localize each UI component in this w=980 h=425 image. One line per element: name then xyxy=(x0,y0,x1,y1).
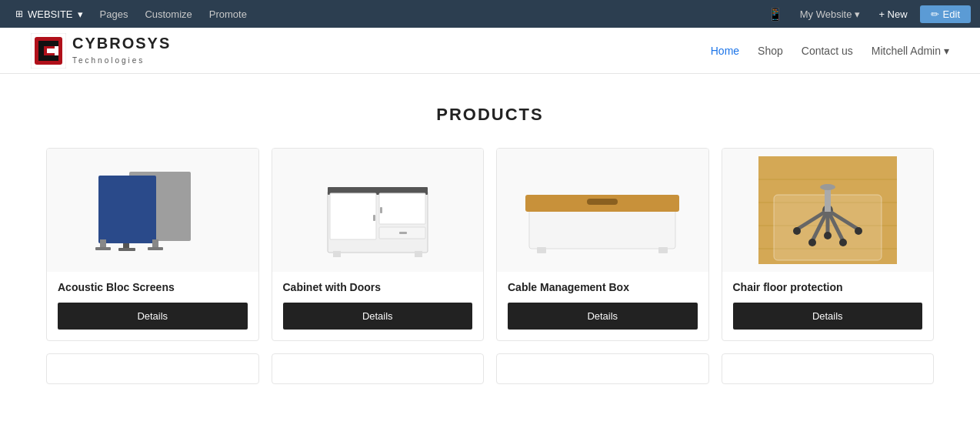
svg-rect-25 xyxy=(333,251,341,257)
svg-rect-10 xyxy=(98,176,156,243)
details-button-cable[interactable]: Details xyxy=(508,303,698,330)
logo-text-block: CYBROSYS Technologies xyxy=(72,35,171,66)
svg-rect-7 xyxy=(38,41,58,46)
svg-point-45 xyxy=(855,227,862,235)
user-menu[interactable]: Mitchell Admin ▾ xyxy=(872,45,949,57)
svg-point-50 xyxy=(820,184,835,190)
products-title: PRODUCTS xyxy=(46,105,934,125)
product-name-acoustic: Acoustic Bloc Screens xyxy=(58,281,248,293)
site-header: CYBROSYS Technologies Home Shop Contact … xyxy=(0,28,980,74)
svg-point-47 xyxy=(839,239,847,246)
chevron-down-icon: ▾ xyxy=(855,8,860,20)
acoustic-screens-svg xyxy=(83,156,222,264)
svg-rect-27 xyxy=(529,206,675,249)
chevron-down-icon: ▾ xyxy=(944,45,949,57)
product-card-chair: Chair floor protection Details xyxy=(722,148,935,341)
product-card-acoustic: Acoustic Bloc Screens Details xyxy=(46,148,259,341)
edit-button[interactable]: ✏ Edit xyxy=(920,5,971,23)
product-image-chair xyxy=(722,149,934,272)
svg-rect-8 xyxy=(38,55,58,61)
chevron-down-icon: ▾ xyxy=(78,8,83,20)
website-menu[interactable]: ⊞ WEBSITE ▾ xyxy=(9,5,89,23)
website-label: WEBSITE xyxy=(28,8,73,20)
nav-pages[interactable]: Pages xyxy=(92,5,136,23)
product-name-cable: Cable Management Box xyxy=(508,281,698,293)
svg-rect-22 xyxy=(399,232,407,234)
brand-sub: Technologies xyxy=(72,56,145,65)
product-card-cable: Cable Management Box Details xyxy=(496,148,709,341)
svg-rect-14 xyxy=(148,247,163,250)
product-card-partial-1 xyxy=(46,353,259,384)
product-info-cable: Cable Management Box xyxy=(497,272,708,293)
svg-rect-49 xyxy=(825,187,831,212)
product-card-partial-2 xyxy=(272,353,485,384)
svg-rect-19 xyxy=(330,193,376,239)
product-image-cabinet xyxy=(272,149,484,272)
product-info-chair: Chair floor protection xyxy=(722,272,934,293)
pencil-icon: ✏ xyxy=(931,8,939,20)
my-website-label: My Website xyxy=(800,8,852,20)
svg-rect-30 xyxy=(537,247,546,253)
product-image-acoustic xyxy=(47,149,258,272)
svg-rect-26 xyxy=(415,251,422,257)
svg-rect-16 xyxy=(118,248,135,251)
details-button-cabinet[interactable]: Details xyxy=(283,303,473,330)
user-name: Mitchell Admin xyxy=(872,45,941,57)
product-info-acoustic: Acoustic Bloc Screens xyxy=(47,272,258,293)
details-button-acoustic[interactable]: Details xyxy=(58,303,248,330)
svg-rect-12 xyxy=(95,247,111,250)
my-website-dropdown[interactable]: My Website ▾ xyxy=(794,5,867,23)
nav-shop[interactable]: Shop xyxy=(758,45,783,57)
product-name-cabinet: Cabinet with Doors xyxy=(283,281,473,293)
chair-mat-svg xyxy=(758,156,897,264)
svg-point-44 xyxy=(793,227,801,235)
svg-rect-24 xyxy=(380,207,382,213)
product-card-cabinet: Cabinet with Doors Details xyxy=(272,148,485,341)
new-button[interactable]: + New xyxy=(871,5,915,23)
product-name-chair: Chair floor protection xyxy=(733,281,923,293)
cabinet-svg xyxy=(308,156,447,264)
mobile-icon: 📱 xyxy=(768,7,783,22)
product-card-partial-3 xyxy=(496,353,709,384)
admin-bar: ⊞ WEBSITE ▾ Pages Customize Promote 📱 My… xyxy=(0,0,980,28)
svg-point-46 xyxy=(808,239,816,246)
nav-home[interactable]: Home xyxy=(711,45,739,57)
product-image-cable xyxy=(497,149,708,272)
edit-label: Edit xyxy=(943,8,960,20)
site-logo[interactable]: CYBROSYS Technologies xyxy=(31,33,171,69)
admin-bar-right: 📱 My Website ▾ + New ✏ Edit xyxy=(762,4,971,25)
new-label: + New xyxy=(878,8,907,20)
products-grid: Acoustic Bloc Screens Details xyxy=(46,148,934,341)
logo-icon xyxy=(31,33,66,69)
nav-promote[interactable]: Promote xyxy=(202,5,255,23)
products-second-row xyxy=(46,353,934,384)
site-nav: Home Shop Contact us Mitchell Admin ▾ xyxy=(711,45,949,57)
admin-bar-left: ⊞ WEBSITE ▾ Pages Customize Promote xyxy=(9,5,255,23)
brand-name: CYBROSYS xyxy=(72,35,171,52)
admin-nav: Pages Customize Promote xyxy=(92,5,255,23)
nav-contact[interactable]: Contact us xyxy=(802,45,853,57)
main-content: PRODUCTS xyxy=(0,74,980,425)
product-info-cabinet: Cabinet with Doors xyxy=(272,272,484,293)
nav-customize[interactable]: Customize xyxy=(137,5,199,23)
details-button-chair[interactable]: Details xyxy=(733,303,923,330)
grid-icon: ⊞ xyxy=(15,8,23,19)
product-card-partial-4 xyxy=(722,353,935,384)
cable-box-svg xyxy=(518,156,687,264)
svg-rect-23 xyxy=(373,215,375,221)
svg-rect-20 xyxy=(379,193,425,224)
svg-rect-31 xyxy=(658,247,668,253)
svg-point-48 xyxy=(824,232,832,239)
svg-rect-29 xyxy=(587,199,618,205)
mobile-preview-button[interactable]: 📱 xyxy=(762,4,789,25)
